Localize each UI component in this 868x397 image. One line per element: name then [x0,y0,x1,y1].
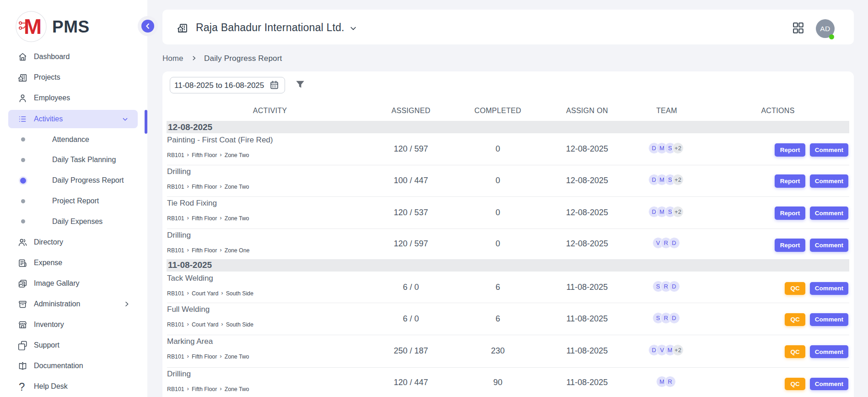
svg-text:M: M [24,14,42,38]
